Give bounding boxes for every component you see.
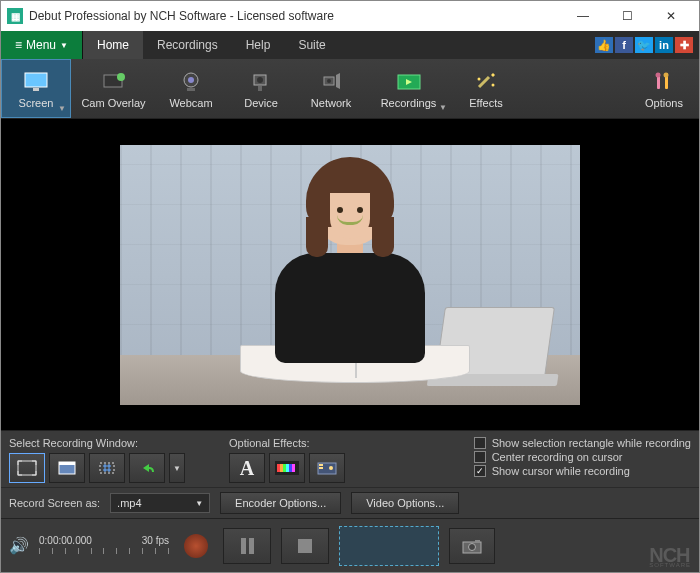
check-center-cursor[interactable]: Center recording on cursor <box>474 451 691 463</box>
svg-rect-34 <box>475 540 480 543</box>
app-icon: ▦ <box>7 8 23 24</box>
menu-label: Menu <box>26 38 56 52</box>
window-mode-region[interactable] <box>89 453 125 483</box>
svg-rect-25 <box>280 464 283 472</box>
share-icon[interactable]: ✚ <box>675 37 693 53</box>
device-icon <box>247 69 275 95</box>
toolbar-network[interactable]: Network <box>296 59 366 118</box>
window-mode-dropdown[interactable]: ▼ <box>169 453 185 483</box>
chevron-down-icon: ▼ <box>439 103 447 112</box>
snapshot-button[interactable] <box>449 528 495 564</box>
effect-watermark[interactable] <box>309 453 345 483</box>
format-panel: Record Screen as: .mp4▼ Encoder Options.… <box>1 487 699 518</box>
toolbar-label: Recordings <box>381 97 437 109</box>
tab-help[interactable]: Help <box>232 31 285 59</box>
preview-image <box>120 145 580 405</box>
window-mode-back[interactable] <box>129 453 165 483</box>
svg-rect-19 <box>18 461 36 475</box>
nch-logo: NCHSOFTWARE <box>649 547 691 568</box>
svg-point-18 <box>664 72 669 77</box>
time-display: 0:00:00.000 <box>39 535 92 546</box>
video-options-button[interactable]: Video Options... <box>351 492 459 514</box>
linkedin-icon[interactable]: in <box>655 37 673 53</box>
title-bar: ▦ Debut Professional by NCH Software - L… <box>1 1 699 31</box>
svg-point-3 <box>117 73 125 81</box>
svg-rect-22 <box>100 463 114 473</box>
timeline[interactable] <box>39 548 169 556</box>
check-show-selection[interactable]: Show selection rectangle while recording <box>474 437 691 449</box>
menu-bar: ≡ Menu ▼ Home Recordings Help Suite 👍 f … <box>1 31 699 59</box>
chevron-down-icon: ▼ <box>195 499 203 508</box>
format-value: .mp4 <box>117 497 141 509</box>
toolbar-label: Cam Overlay <box>81 97 145 109</box>
svg-rect-6 <box>187 88 195 91</box>
svg-point-17 <box>656 72 661 77</box>
select-window-label: Select Recording Window: <box>9 437 185 449</box>
toolbar-label: Effects <box>469 97 502 109</box>
check-label: Center recording on cursor <box>492 451 623 463</box>
tab-suite[interactable]: Suite <box>284 31 339 59</box>
chevron-down-icon: ▼ <box>173 464 181 473</box>
svg-rect-26 <box>283 464 286 472</box>
record-button[interactable] <box>179 529 213 563</box>
options-icon <box>650 69 678 95</box>
control-bar: 🔊 0:00:00.00030 fps NCHSOFTWARE <box>1 518 699 572</box>
toolbar-label: Device <box>244 97 278 109</box>
window-title: Debut Professional by NCH Software - Lic… <box>29 9 561 23</box>
hamburger-icon: ≡ <box>15 38 22 52</box>
record-icon <box>184 534 208 558</box>
svg-rect-29 <box>292 464 295 472</box>
svg-point-31 <box>329 466 333 470</box>
toolbar-device[interactable]: Device <box>226 59 296 118</box>
toolbar-options[interactable]: Options <box>629 59 699 118</box>
capture-preview[interactable] <box>339 526 439 566</box>
facebook-icon[interactable]: f <box>615 37 633 53</box>
toolbar-screen[interactable]: Screen ▼ <box>1 59 71 118</box>
twitter-icon[interactable]: 🐦 <box>635 37 653 53</box>
tab-recordings[interactable]: Recordings <box>143 31 232 59</box>
pause-button[interactable] <box>223 528 271 564</box>
main-toolbar: Screen ▼ Cam Overlay Webcam Device Netwo… <box>1 59 699 119</box>
fps-display: 30 fps <box>142 535 169 546</box>
maximize-button[interactable]: ☐ <box>605 2 649 30</box>
close-button[interactable]: ✕ <box>649 2 693 30</box>
svg-rect-21 <box>59 462 75 465</box>
toolbar-effects[interactable]: Effects <box>451 59 521 118</box>
svg-point-5 <box>188 77 194 83</box>
toolbar-cam-overlay[interactable]: Cam Overlay <box>71 59 156 118</box>
svg-point-11 <box>327 79 331 83</box>
toolbar-label: Options <box>645 97 683 109</box>
toolbar-webcam[interactable]: Webcam <box>156 59 226 118</box>
stop-button[interactable] <box>281 528 329 564</box>
social-icons: 👍 f 🐦 in ✚ <box>595 31 699 59</box>
svg-point-8 <box>257 77 263 83</box>
svg-rect-24 <box>277 464 280 472</box>
speaker-icon[interactable]: 🔊 <box>9 536 29 556</box>
svg-rect-27 <box>286 464 289 472</box>
tab-home[interactable]: Home <box>83 31 143 59</box>
chevron-down-icon: ▼ <box>58 104 66 113</box>
window-mode-fullscreen[interactable] <box>9 453 45 483</box>
svg-rect-9 <box>258 86 262 91</box>
effects-icon <box>472 69 500 95</box>
encoder-options-button[interactable]: Encoder Options... <box>220 492 341 514</box>
toolbar-label: Network <box>311 97 351 109</box>
window-mode-window[interactable] <box>49 453 85 483</box>
svg-rect-28 <box>289 464 292 472</box>
check-show-cursor[interactable]: ✓Show cursor while recording <box>474 465 691 477</box>
effect-text[interactable]: A <box>229 453 265 483</box>
record-as-label: Record Screen as: <box>9 497 100 509</box>
chevron-down-icon: ▼ <box>60 41 68 50</box>
format-select[interactable]: .mp4▼ <box>110 493 210 513</box>
recordings-icon <box>395 69 423 95</box>
svg-point-13 <box>478 77 481 80</box>
like-icon[interactable]: 👍 <box>595 37 613 53</box>
svg-rect-0 <box>25 73 47 87</box>
menu-button[interactable]: ≡ Menu ▼ <box>1 31 83 59</box>
toolbar-recordings[interactable]: Recordings ▼ <box>366 59 451 118</box>
minimize-button[interactable]: — <box>561 2 605 30</box>
effects-label: Optional Effects: <box>229 437 345 449</box>
effect-color[interactable] <box>269 453 305 483</box>
preview-area <box>1 119 699 430</box>
svg-rect-1 <box>33 88 39 91</box>
